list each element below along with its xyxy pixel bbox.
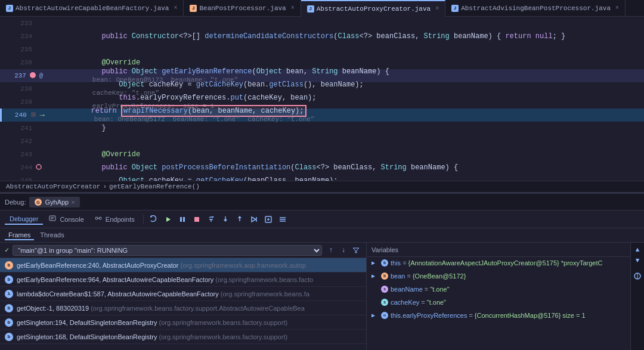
- line-content-241[interactable]: }: [48, 116, 644, 141]
- stack-controls: ↑ ↓: [326, 245, 361, 256]
- stack-frame-3[interactable]: b getObject:-1, 883020319 (org.springfra…: [0, 301, 366, 315]
- var-row-this[interactable]: ▶ b this = {AnnotationAwareAspectJAutoPr…: [367, 258, 630, 271]
- tab-2-close[interactable]: ×: [291, 5, 295, 11]
- code-line-241: 241 }: [0, 122, 644, 135]
- svg-rect-14: [194, 217, 199, 222]
- frame-text-2: lambda$doCreateBean$1:587, AbstractAutow…: [17, 290, 309, 298]
- code-line-234: 234 public Constructor<?>[] determineCan…: [0, 30, 644, 43]
- frame-icon-0: b: [5, 261, 13, 270]
- var-name-beanname: beanName: [391, 286, 423, 293]
- stack-frames-list: b getEarlyBeanReference:240, AbstractAut…: [0, 258, 366, 350]
- variables-list: ▶ b this = {AnnotationAwareAspectJAutoPr…: [367, 257, 630, 350]
- stack-frame-5[interactable]: b getSingleton:168, DefaultSingletonBean…: [0, 330, 366, 344]
- tab-4-close[interactable]: ×: [615, 5, 619, 11]
- variables-panel: Variables ▶ b this = {AnnotationAwareAsp…: [367, 243, 630, 350]
- toolbar-separator: [143, 215, 144, 224]
- tab-1[interactable]: J AbstractAutowireCapableBeanFactory.jav…: [0, 0, 184, 17]
- scroll-up-btn[interactable]: ▲: [633, 245, 642, 255]
- btn-step-out[interactable]: [233, 213, 246, 226]
- var-name-this: this: [391, 259, 401, 267]
- tab-console[interactable]: Console: [44, 213, 88, 225]
- gutter-icon-244: [35, 164, 43, 172]
- var-row-beanname[interactable]: ▶ s beanName = "t.one": [367, 284, 630, 298]
- tab-threads[interactable]: Threads: [36, 231, 67, 240]
- frame-icon-5: b: [5, 333, 13, 341]
- line-content-234[interactable]: public Constructor<?>[] determineCandida…: [48, 24, 644, 49]
- line-num-239: 239: [16, 98, 32, 106]
- line-content-245[interactable]: Object cacheKey = getCacheKey(beanClass,…: [48, 168, 644, 181]
- gutter-237: 237 @: [0, 72, 48, 80]
- var-name-cachekey: cacheKey: [391, 299, 419, 306]
- tab-1-close[interactable]: ×: [174, 5, 177, 11]
- tab-2-label: BeanPostProcessor.java: [199, 5, 286, 12]
- scroll-settings-btn[interactable]: [633, 271, 642, 281]
- console-icon: [49, 215, 56, 222]
- var-row-epr[interactable]: ▶ ∞ this.earlyProxyReferences = {Concurr…: [367, 311, 630, 324]
- gutter-244: 244: [0, 164, 48, 172]
- tab-endpoints[interactable]: Endpoints: [90, 213, 140, 225]
- var-val-this: {AnnotationAwareAspectJAutoProxyCreator@…: [408, 259, 603, 267]
- gutter-233: 233: [0, 20, 48, 27]
- svg-point-9: [99, 217, 101, 219]
- scroll-down-btn[interactable]: ▼: [633, 256, 642, 265]
- stack-frame-1[interactable]: b getEarlyBeanReference:964, AbstractAut…: [0, 272, 366, 287]
- var-expand-this[interactable]: ▶: [371, 259, 380, 267]
- var-eq-this: =: [402, 259, 406, 267]
- var-expand-bean[interactable]: ▶: [371, 272, 380, 280]
- line-num-234: 234: [16, 33, 32, 40]
- btn-evaluate[interactable]: [262, 213, 275, 226]
- btn-run-to-cursor[interactable]: [247, 213, 261, 226]
- stack-frame-0[interactable]: b getEarlyBeanReference:240, AbstractAut…: [0, 258, 366, 272]
- frame-icon-1: b: [5, 275, 13, 284]
- var-icon-bean: b: [381, 272, 388, 280]
- frame-icon-4: b: [5, 318, 13, 327]
- gutter-238: 238: [0, 85, 48, 92]
- stack-frame-4[interactable]: b getSingleton:194, DefaultSingletonBean…: [0, 315, 366, 330]
- line-num-240: 240: [10, 111, 27, 119]
- btn-settings[interactable]: [276, 213, 289, 226]
- breadcrumb-sep: ›: [103, 183, 107, 190]
- frame-icon-3: b: [5, 304, 13, 312]
- tab-3-close[interactable]: ×: [435, 5, 439, 12]
- var-val-beanname: "t.one": [430, 286, 449, 293]
- btn-filter[interactable]: [351, 245, 361, 256]
- frame-text-3: getObject:-1, 883020319 (org.springframe…: [17, 305, 305, 312]
- btn-rerun[interactable]: [147, 213, 160, 226]
- debug-title-label: Debug:: [5, 199, 26, 206]
- var-name-bean: bean: [391, 272, 405, 280]
- svg-marker-22: [252, 217, 256, 222]
- thread-selector[interactable]: "main"@1 in group "main": RUNNING: [13, 245, 322, 256]
- btn-resume[interactable]: [162, 213, 175, 226]
- debug-app-close[interactable]: ×: [71, 199, 75, 206]
- var-expand-epr[interactable]: ▶: [371, 312, 380, 319]
- btn-pause[interactable]: [176, 213, 189, 226]
- var-val-epr: {ConcurrentHashMap@5176} size = 1: [475, 312, 586, 319]
- tab-bar: J AbstractAutowireCapableBeanFactory.jav…: [0, 0, 644, 17]
- var-icon-cachekey: s: [381, 299, 388, 306]
- code-editor: 233 234 public Constructor<?>[] determin…: [0, 17, 644, 181]
- stack-frame-2[interactable]: λ lambda$doCreateBean$1:587, AbstractAut…: [0, 287, 366, 301]
- gutter-icon-240: [29, 111, 38, 119]
- btn-up[interactable]: ↑: [326, 245, 336, 256]
- gutter-245: 245: [0, 177, 48, 181]
- tab-3[interactable]: J AbstractAutoProxyCreator.java ×: [301, 0, 445, 17]
- btn-down[interactable]: ↓: [338, 245, 349, 256]
- debug-app-tab[interactable]: G GyhApp ×: [29, 197, 79, 207]
- frames-threads-bar: Frames Threads: [0, 228, 644, 243]
- var-row-bean[interactable]: ▶ b bean = {OneBean@5172}: [367, 271, 630, 284]
- tab-debugger[interactable]: Debugger: [5, 214, 43, 225]
- tab-frames[interactable]: Frames: [5, 231, 34, 240]
- svg-rect-12: [180, 217, 182, 222]
- debug-app-icon: G: [34, 198, 42, 206]
- var-eq-bean: =: [407, 272, 410, 280]
- tab-4[interactable]: J AbstractAdvisingBeanPostProcessor.java…: [445, 0, 626, 17]
- var-row-cachekey[interactable]: ▶ s cacheKey = "t.one": [367, 298, 630, 311]
- scroll-buttons: ▲ ▼: [630, 243, 644, 350]
- svg-rect-1: [31, 112, 36, 117]
- btn-step-into[interactable]: [219, 213, 232, 226]
- btn-step-over[interactable]: [205, 213, 218, 226]
- svg-text:G: G: [37, 200, 41, 205]
- tab-2[interactable]: J BeanPostProcessor.java ×: [184, 0, 301, 17]
- gutter-235: 235: [0, 46, 48, 53]
- btn-stop[interactable]: [190, 213, 203, 226]
